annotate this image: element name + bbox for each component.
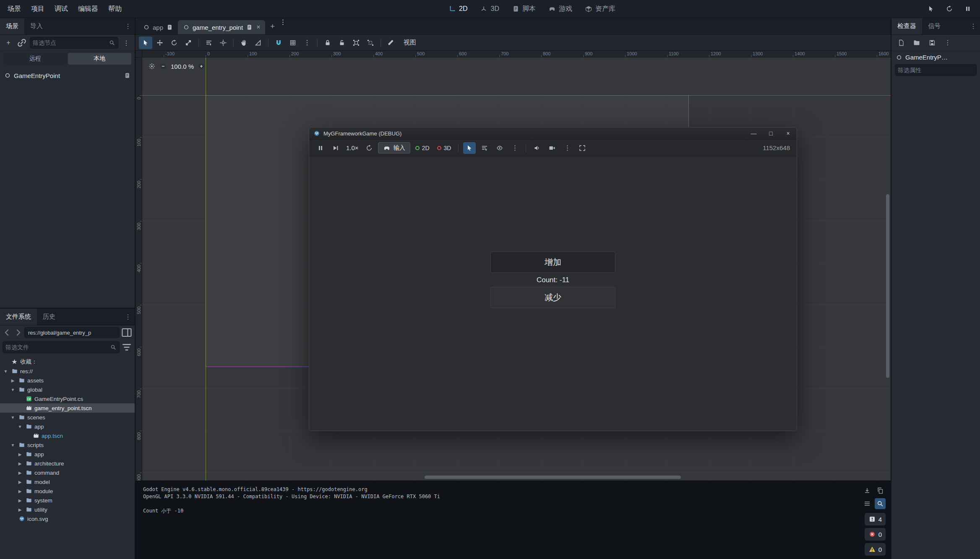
- pause-game-button[interactable]: [962, 3, 973, 14]
- viewport-2d[interactable]: -100010020030040050060070080090010001100…: [136, 51, 891, 481]
- scene-tab-game_entry_point[interactable]: game_entry_point×: [178, 20, 265, 34]
- menu-item-4[interactable]: 帮助: [103, 0, 127, 18]
- lock-selected-button[interactable]: [321, 36, 334, 49]
- new-resource-button[interactable]: [896, 37, 907, 48]
- camera-override-button[interactable]: [546, 142, 558, 154]
- fs-item-command[interactable]: ▶command: [0, 468, 135, 477]
- skeleton-options-button[interactable]: [384, 36, 398, 49]
- zoom-in-button[interactable]: [198, 62, 205, 70]
- fs-item-model[interactable]: ▶model: [0, 477, 135, 486]
- ruler-mode-button[interactable]: [251, 36, 265, 49]
- filesystem-dock-menu[interactable]: ⋮: [121, 309, 135, 325]
- inspector-menu-button[interactable]: ⋮: [942, 37, 953, 48]
- workspace-button-4[interactable]: 游戏: [544, 3, 576, 15]
- selection-menu-button[interactable]: ⋮: [508, 142, 521, 154]
- game-window-titlebar[interactable]: MyGFrameworkGame (DEBUG) — □ ×: [309, 127, 797, 140]
- inspector-dock-menu[interactable]: ⋮: [967, 18, 980, 34]
- zoom-out-button[interactable]: [159, 62, 167, 70]
- load-resource-button[interactable]: [911, 37, 922, 48]
- filter-nodes-input[interactable]: [33, 39, 109, 46]
- tab-filesystem[interactable]: 文件系统: [0, 309, 37, 325]
- scene-tab-app[interactable]: app: [138, 20, 178, 34]
- fs-item-icon.svg[interactable]: icon.svg: [0, 514, 135, 523]
- filter-files-input[interactable]: [5, 344, 110, 351]
- snap-options-menu-button[interactable]: ⋮: [300, 36, 314, 49]
- warning-count-badge[interactable]: 0: [865, 543, 886, 556]
- workspace-button-3[interactable]: 脚本: [508, 3, 540, 15]
- list-select-mode-button[interactable]: [202, 36, 216, 49]
- scroll-to-end-button[interactable]: [862, 485, 873, 496]
- fs-item-assets[interactable]: ▶assets: [0, 376, 135, 385]
- filter-properties-input[interactable]: [898, 67, 974, 73]
- rotate-mode-button[interactable]: [167, 36, 181, 49]
- fs-item-architecture[interactable]: ▶architecture: [0, 459, 135, 468]
- ungroup-selected-button[interactable]: [364, 36, 377, 49]
- expand-icon[interactable]: ▶: [17, 471, 23, 475]
- collapse-icon[interactable]: ▼: [3, 369, 9, 374]
- group-selected-button[interactable]: [349, 36, 363, 49]
- expand-icon[interactable]: ▶: [17, 480, 23, 484]
- decrease-button[interactable]: 减少: [490, 287, 615, 308]
- next-frame-button[interactable]: [329, 142, 342, 154]
- maximize-button[interactable]: □: [762, 127, 779, 139]
- collapse-icon[interactable]: ▼: [10, 415, 16, 420]
- expand-icon[interactable]: ▶: [10, 378, 16, 383]
- expand-icon[interactable]: ▶: [17, 452, 23, 457]
- current-path-input[interactable]: [25, 330, 119, 336]
- inspected-node-row[interactable]: GameEntryPoint: [891, 51, 980, 63]
- tab-history[interactable]: 历史: [37, 309, 61, 325]
- message-filters-button[interactable]: [862, 498, 873, 509]
- game-select-mode-button[interactable]: [463, 142, 476, 154]
- search-output-button[interactable]: [875, 498, 886, 509]
- fs-item-module[interactable]: ▶module: [0, 486, 135, 496]
- camera-3d-button[interactable]: 3D: [435, 145, 454, 151]
- add-node-button[interactable]: +: [3, 37, 14, 48]
- scene-tree-root-node[interactable]: GameEntryPoint: [0, 70, 135, 81]
- game-list-select-button[interactable]: [478, 142, 491, 154]
- speed-select[interactable]: 1.0×: [344, 144, 360, 151]
- close-button[interactable]: ×: [779, 127, 797, 139]
- menu-item-2[interactable]: 调试: [50, 0, 73, 18]
- increase-button[interactable]: 增加: [490, 252, 615, 273]
- fs-item-app.tscn[interactable]: app.tscn: [0, 431, 135, 440]
- tab-scene[interactable]: 场景: [0, 18, 24, 34]
- tab-inspector[interactable]: 检查器: [891, 18, 922, 34]
- sort-files-button[interactable]: [121, 342, 132, 353]
- pan-mode-button[interactable]: [237, 36, 250, 49]
- expand-icon[interactable]: ▶: [17, 507, 23, 512]
- expand-icon[interactable]: ▶: [17, 498, 23, 503]
- viewport-hscrollbar[interactable]: [425, 476, 681, 479]
- back-button[interactable]: [3, 328, 12, 338]
- center-view-icon[interactable]: [148, 62, 156, 70]
- split-dock-button[interactable]: [121, 327, 132, 338]
- fs-item-res[interactable]: ▼res://: [0, 367, 135, 376]
- fs-item-utility[interactable]: ▶utility: [0, 505, 135, 514]
- fs-item-scripts[interactable]: ▼scripts: [0, 440, 135, 450]
- fs-item-app[interactable]: ▼app: [0, 422, 135, 431]
- copy-output-button[interactable]: [875, 485, 886, 496]
- expand-icon[interactable]: ▶: [17, 461, 23, 466]
- select-mode-button[interactable]: [139, 36, 152, 49]
- error-count-badge[interactable]: 0: [865, 528, 886, 541]
- fs-item-[interactable]: ★收藏：: [0, 357, 135, 367]
- restart-game-button[interactable]: [363, 142, 375, 154]
- view-menu-button[interactable]: 视图: [399, 36, 421, 49]
- save-resource-button[interactable]: [927, 37, 938, 48]
- minimize-button[interactable]: —: [745, 127, 762, 139]
- fs-item-global[interactable]: ▼global: [0, 385, 135, 394]
- close-tab-icon[interactable]: ×: [256, 23, 260, 31]
- unlock-selected-button[interactable]: [335, 36, 349, 49]
- debugger-badge[interactable]: 4: [865, 513, 886, 525]
- collapse-icon[interactable]: ▼: [10, 443, 16, 447]
- fs-item-system[interactable]: ▶system: [0, 496, 135, 505]
- restart-game-button[interactable]: [944, 3, 955, 14]
- visibility-options-button[interactable]: [493, 142, 506, 154]
- tab-import[interactable]: 导入: [24, 18, 49, 34]
- scene-tree-menu[interactable]: ⋮: [121, 37, 132, 48]
- fs-item-scenes[interactable]: ▼scenes: [0, 413, 135, 422]
- instance-scene-button[interactable]: [16, 37, 27, 48]
- embed-options-button[interactable]: [576, 142, 589, 154]
- remote-button[interactable]: 远程: [3, 53, 67, 65]
- tab-signals[interactable]: 信号: [922, 18, 946, 34]
- local-button[interactable]: 本地: [68, 53, 132, 65]
